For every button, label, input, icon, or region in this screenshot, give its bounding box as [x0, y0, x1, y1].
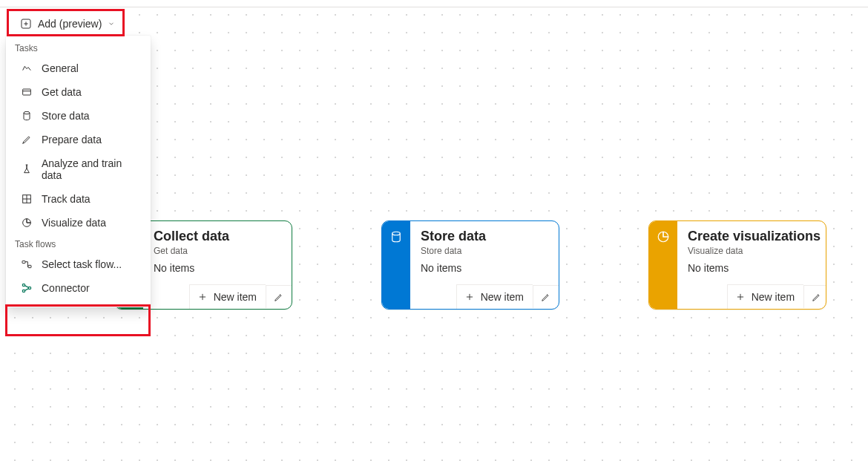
- card-subtitle: Get data: [154, 246, 283, 256]
- dropdown-section-tasks: Tasks: [6, 39, 151, 56]
- dropdown-item-track-data[interactable]: Track data: [6, 187, 151, 211]
- import-icon: [21, 86, 33, 98]
- card-stripe: [649, 221, 677, 309]
- dropdown-item-label: Visualize data: [42, 217, 106, 229]
- dropdown-item-analyze-train[interactable]: Analyze and train data: [6, 151, 151, 187]
- edit-button[interactable]: [803, 285, 826, 308]
- card-stripe: [382, 221, 410, 309]
- plus-square-icon: [20, 18, 32, 30]
- plus-icon: [197, 292, 208, 302]
- pencil-icon: [274, 292, 284, 302]
- card-footer: New item: [189, 284, 292, 309]
- card-status: No items: [688, 262, 821, 274]
- card-footer: New item: [727, 284, 826, 309]
- dropdown-item-label: Analyze and train data: [42, 157, 142, 181]
- add-preview-label: Add (preview): [38, 18, 102, 30]
- card-title: Create visualizations: [688, 229, 821, 244]
- card-title: Collect data: [154, 229, 283, 244]
- plus-icon: [735, 292, 746, 302]
- card-store-data[interactable]: Store data Store data No items New item: [381, 220, 559, 310]
- database-icon: [21, 110, 33, 122]
- task-icon: [21, 62, 33, 74]
- pie-chart-icon: [657, 230, 670, 243]
- card-status: No items: [421, 262, 550, 274]
- dropdown-item-select-task-flow[interactable]: Select task flow...: [6, 252, 151, 276]
- dropdown-item-label: Get data: [42, 86, 82, 98]
- svg-point-0: [392, 232, 401, 235]
- new-item-label: New item: [481, 291, 524, 303]
- edit-button[interactable]: [533, 285, 559, 308]
- pencil-icon: [541, 292, 551, 302]
- dropdown-item-store-data[interactable]: Store data: [6, 104, 151, 128]
- card-footer: New item: [456, 284, 559, 309]
- grid-icon: [21, 193, 33, 205]
- dropdown-item-connector[interactable]: Connector: [6, 276, 151, 300]
- svg-rect-6: [28, 265, 31, 267]
- card-create-visualizations[interactable]: Create visualizations Visualize data No …: [648, 220, 826, 310]
- new-item-button[interactable]: New item: [189, 284, 266, 309]
- card-subtitle: Visualize data: [688, 246, 821, 256]
- chevron-down-icon: [108, 20, 115, 27]
- brush-icon: [21, 134, 33, 146]
- card-body: Create visualizations Visualize data No …: [677, 221, 826, 309]
- new-item-button[interactable]: New item: [727, 284, 803, 309]
- card-body: Collect data Get data No items New item: [143, 221, 292, 309]
- dropdown-item-label: Connector: [42, 282, 90, 294]
- add-preview-button[interactable]: Add (preview): [13, 13, 122, 34]
- pie-chart-icon: [21, 217, 33, 229]
- edit-button[interactable]: [266, 285, 292, 308]
- dropdown-item-label: Store data: [42, 110, 90, 122]
- flask-icon: [21, 163, 33, 175]
- database-icon: [389, 230, 403, 243]
- dropdown-item-label: Select task flow...: [42, 258, 122, 270]
- card-body: Store data Store data No items New item: [410, 221, 559, 309]
- flow-icon: [21, 258, 33, 270]
- top-divider: [0, 7, 868, 7]
- new-item-label: New item: [752, 291, 795, 303]
- svg-rect-2: [23, 89, 31, 95]
- plus-icon: [464, 292, 475, 302]
- card-title: Store data: [421, 229, 550, 244]
- card-status: No items: [154, 262, 283, 274]
- dropdown-item-general[interactable]: General: [6, 56, 151, 80]
- connector-icon: [21, 282, 33, 294]
- dropdown-item-label: Prepare data: [42, 134, 102, 146]
- add-dropdown: Tasks General Get data Store data Prepar…: [6, 36, 151, 307]
- card-subtitle: Store data: [421, 246, 550, 256]
- dropdown-item-visualize-data[interactable]: Visualize data: [6, 211, 151, 235]
- new-item-label: New item: [214, 291, 257, 303]
- dropdown-item-get-data[interactable]: Get data: [6, 80, 151, 104]
- pencil-icon: [812, 292, 822, 302]
- dropdown-item-label: General: [42, 62, 79, 74]
- dropdown-item-label: Track data: [42, 193, 91, 205]
- svg-point-3: [24, 111, 30, 114]
- dropdown-section-flows: Task flows: [6, 235, 151, 252]
- svg-rect-5: [22, 261, 25, 263]
- new-item-button[interactable]: New item: [456, 284, 533, 309]
- dropdown-item-prepare-data[interactable]: Prepare data: [6, 128, 151, 151]
